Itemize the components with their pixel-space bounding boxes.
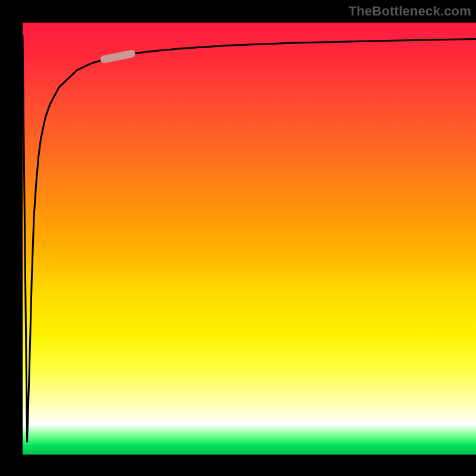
watermark-text: TheBottleneck.com xyxy=(349,4,471,19)
plot-gradient-area xyxy=(23,23,476,455)
chart-container: TheBottleneck.com xyxy=(0,0,476,476)
